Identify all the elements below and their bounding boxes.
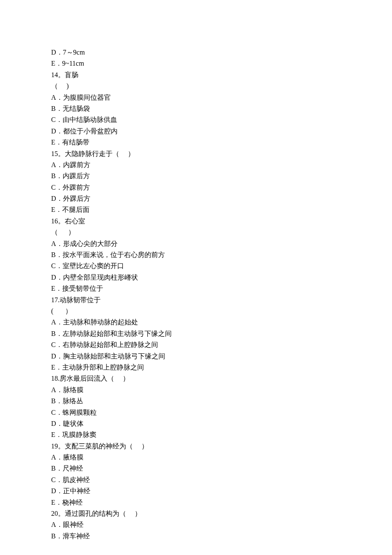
document-body: D．7～9cmE．9~11cm14。盲肠（ )A．为腹膜间位器官B．无结肠袋C．… [51,47,341,542]
text-line: B．尺神经 [51,463,341,474]
text-line: C．肌皮神经 [51,474,341,486]
text-line: （ ） [51,227,341,238]
text-line: 17.动脉韧带位于 [51,295,341,306]
text-line: E．巩膜静脉窦 [51,429,341,440]
text-line: B．无结肠袋 [51,103,341,114]
text-line: 14。盲肠 [51,69,341,81]
text-line: 19。支配三菜肌的神经为（ ） [51,441,341,452]
text-line: E．主动脉升部和上腔静脉之间 [51,362,341,373]
text-line: 20。通过圆孔的结构为（ ） [51,508,341,519]
text-line: E．桡神经 [51,497,341,508]
text-line: C．室壁比左心窦的开口 [51,260,341,272]
text-line: D．胸主动脉始部和主动脉弓下缘之间 [51,351,341,362]
text-line: C．由中结肠动脉供血 [51,114,341,125]
text-line: A．眼神经 [51,519,341,530]
text-line: D．外踝后方 [51,193,341,204]
text-line: 18.房水最后回流入（ ） [51,373,341,384]
text-line: C．外踝前方 [51,182,341,193]
text-line: （ ) [51,81,341,92]
text-line: A．腋络膜 [51,452,341,463]
text-line: C．蛛网膜颗粒 [51,407,341,418]
text-line: D．正中神经 [51,486,341,497]
text-line: D．都位于小骨盆腔内 [51,126,341,137]
text-line: D．内壁全部呈现肉柱形嵴状 [51,272,341,283]
text-line: A．内踝前方 [51,159,341,171]
text-line: E．接受韧带位于 [51,283,341,294]
text-line: A．主动脉和肺动脉的起始处 [51,317,341,328]
text-line: B．滑车神经 [51,531,341,542]
text-line: C．右肺动脉起始部和上腔静脉之间 [51,339,341,350]
text-line: B．内踝后方 [51,171,341,182]
text-line: B．左肺动脉起始部和主动脉弓下缘之间 [51,328,341,339]
text-line: D．睫状体 [51,418,341,429]
text-line: A．为腹膜间位器官 [51,92,341,103]
text-line: 16。右心室 [51,216,341,227]
text-line: B．按水平面来说，位于右心房的前方 [51,249,341,260]
text-line: E．有结肠带 [51,137,341,148]
text-line: 15。大隐静脉行走于（ ） [51,148,341,159]
text-line: A．形成心尖的大部分 [51,238,341,249]
text-line: ( ） [51,306,341,317]
text-line: E．9~11cm [51,58,341,69]
text-line: E．不腿后面 [51,204,341,215]
text-line: B．脉络丛 [51,396,341,407]
text-line: A．脉络膜 [51,384,341,396]
text-line: D．7～9cm [51,47,341,58]
